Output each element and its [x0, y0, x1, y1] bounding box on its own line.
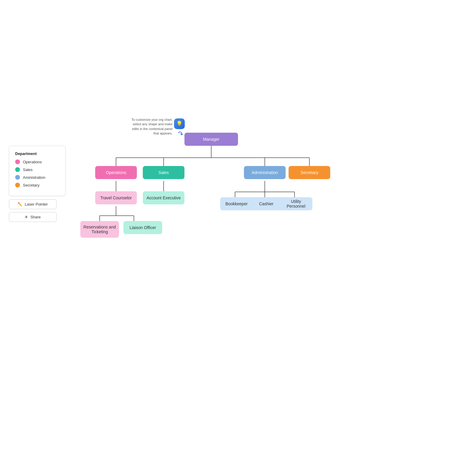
legend-title: Department	[15, 151, 59, 156]
laser-pointer-button[interactable]: ✏️ Laser Pointer	[9, 199, 57, 209]
node-travel-counselor[interactable]: Travel Counselor	[95, 191, 137, 204]
legend-dot-administration	[15, 175, 20, 180]
legend-label-secretary: Secretary	[23, 183, 40, 187]
share-icon: ✈	[25, 215, 28, 219]
node-liaison-officer[interactable]: Liaison Officer	[123, 221, 162, 234]
bottom-buttons: ✏️ Laser Pointer ✈ Share	[9, 199, 57, 222]
pencil-icon: ✏️	[18, 202, 22, 206]
node-utility-personnel[interactable]: Utility Personnel	[280, 197, 312, 210]
hint-box: To customize your org chart, select any …	[128, 118, 173, 136]
node-reservations-ticketing[interactable]: Reservations and Ticketing	[80, 221, 119, 238]
legend-item-sales: Sales	[15, 167, 59, 172]
legend-label-sales: Sales	[23, 167, 33, 172]
legend-item-secretary: Secretary	[15, 183, 59, 187]
node-bookkeeper[interactable]: Bookkeeper	[220, 197, 253, 210]
legend-item-administration: Aministration	[15, 175, 59, 180]
legend-dot-operations	[15, 159, 20, 164]
share-button[interactable]: ✈ Share	[9, 212, 57, 222]
node-secretary-dept[interactable]: Secretary	[289, 166, 330, 179]
node-manager[interactable]: Manager	[184, 133, 238, 146]
legend-panel: Department Operations Sales Aministratio…	[9, 146, 65, 196]
legend-label-administration: Aministration	[23, 175, 45, 180]
legend-item-operations: Operations	[15, 159, 59, 164]
node-administration[interactable]: Administration	[244, 166, 286, 179]
legend-label-operations: Operations	[23, 160, 42, 164]
node-cashier[interactable]: Cashier	[250, 197, 283, 210]
node-operations[interactable]: Operations	[95, 166, 137, 179]
node-sales[interactable]: Sales	[143, 166, 184, 179]
hint-arrow: ↷	[177, 130, 184, 139]
node-account-executive[interactable]: Account Executive	[143, 191, 184, 204]
hint-icon: 💡	[174, 118, 185, 129]
legend-dot-sales	[15, 167, 20, 172]
legend-dot-secretary	[15, 183, 20, 187]
